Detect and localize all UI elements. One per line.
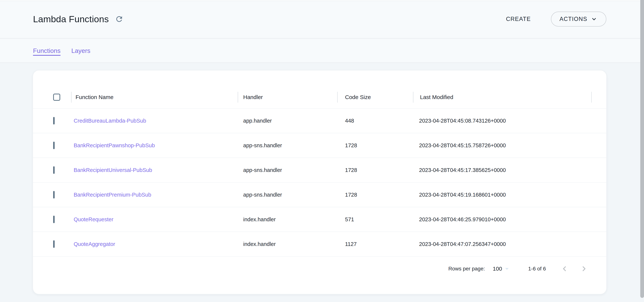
last-modified-cell: 2023-04-28T04:47:07.256347+0000 (413, 241, 591, 247)
table-header-row: Function Name Handler Code Size Last Mod… (33, 86, 606, 108)
row-checkbox[interactable] (53, 166, 55, 174)
chevron-left-icon (560, 264, 569, 273)
last-modified-cell: 2023-04-28T04:45:15.758726+0000 (413, 142, 591, 148)
page-title: Lambda Functions (33, 14, 109, 24)
row-checkbox-cell (33, 216, 71, 223)
function-name-cell: BankRecipientPawnshop-PubSub (71, 142, 238, 148)
row-checkbox-cell (33, 142, 71, 148)
row-checkbox-cell (33, 192, 71, 198)
code-size-cell: 448 (337, 118, 413, 124)
rows-per-page-label: Rows per page: (448, 266, 485, 272)
row-checkbox-cell (33, 241, 71, 247)
last-modified-cell: 2023-04-28T04:45:08.743126+0000 (413, 118, 591, 124)
row-checkbox-cell (33, 118, 71, 124)
rows-per-page-select[interactable]: 100 (493, 265, 511, 273)
code-size-cell: 1728 (337, 167, 413, 173)
table-row: BankRecipientPawnshop-PubSub app-sns.han… (33, 133, 606, 158)
handler-cell: app-sns.handler (238, 192, 337, 198)
function-name-link[interactable]: BankRecipientPremium-PubSub (74, 192, 151, 198)
last-modified-cell: 2023-04-28T04:46:25.979010+0000 (413, 216, 591, 223)
last-modified-cell: 2023-04-28T04:45:19.168601+0000 (413, 192, 591, 198)
function-name-cell: BankRecipientPremium-PubSub (71, 192, 238, 198)
tab-bar: Functions Layers (0, 39, 644, 63)
top-bar: Lambda Functions CREATE ACTIONS (0, 0, 644, 39)
handler-cell: app.handler (238, 118, 337, 124)
code-size-cell: 1127 (337, 241, 413, 247)
dropdown-arrow-icon (503, 265, 511, 273)
table-row: QuoteRequester index.handler 571 2023-04… (33, 207, 606, 232)
row-checkbox[interactable] (53, 191, 55, 199)
chevron-right-icon (580, 264, 588, 273)
row-checkbox[interactable] (53, 117, 55, 124)
vertical-scrollbar-thumb[interactable] (640, 0, 644, 298)
column-header-code-size[interactable]: Code Size (337, 86, 413, 108)
refresh-icon (115, 15, 124, 23)
handler-cell: app-sns.handler (238, 142, 337, 148)
pagination-bar: Rows per page: 100 1-6 of 6 (33, 256, 606, 281)
title-group: Lambda Functions (33, 14, 124, 24)
function-name-cell: QuoteRequester (71, 216, 238, 223)
table-body: CreditBureauLambda-PubSub app.handler 44… (33, 108, 606, 256)
code-size-cell: 1728 (337, 192, 413, 198)
next-page-button[interactable] (580, 264, 588, 273)
function-name-cell: QuoteAggregator (71, 241, 238, 247)
functions-table-card: Function Name Handler Code Size Last Mod… (33, 70, 607, 294)
handler-cell: index.handler (238, 216, 337, 223)
header-actions: CREATE ACTIONS (505, 12, 606, 27)
header-checkbox-cell (33, 86, 71, 108)
row-checkbox[interactable] (53, 142, 55, 149)
refresh-button[interactable] (114, 14, 124, 24)
row-checkbox[interactable] (53, 216, 55, 223)
code-size-cell: 1728 (337, 142, 413, 148)
create-button[interactable]: CREATE (505, 12, 532, 26)
table-row: BankRecipientPremium-PubSub app-sns.hand… (33, 182, 606, 207)
row-checkbox[interactable] (53, 240, 55, 248)
table-row: BankRecipientUniversal-PubSub app-sns.ha… (33, 158, 606, 182)
column-header-last-modified[interactable]: Last Modified (413, 86, 591, 108)
function-name-link[interactable]: BankRecipientUniversal-PubSub (74, 167, 152, 173)
function-name-link[interactable]: QuoteAggregator (74, 241, 115, 247)
function-name-link[interactable]: CreditBureauLambda-PubSub (74, 118, 146, 124)
handler-cell: app-sns.handler (238, 167, 337, 173)
tab-functions[interactable]: Functions (33, 47, 60, 54)
pagination-range-label: 1-6 of 6 (528, 266, 546, 272)
function-name-link[interactable]: BankRecipientPawnshop-PubSub (74, 142, 155, 148)
actions-button[interactable]: ACTIONS (551, 12, 606, 27)
chevron-down-icon (590, 15, 598, 23)
select-all-checkbox[interactable] (53, 94, 60, 101)
column-header-handler[interactable]: Handler (238, 86, 337, 108)
row-checkbox-cell (33, 167, 71, 173)
previous-page-button[interactable] (560, 264, 569, 273)
table-row: QuoteAggregator index.handler 1127 2023-… (33, 232, 606, 256)
code-size-cell: 571 (337, 216, 413, 223)
rows-per-page-value: 100 (493, 265, 502, 272)
last-modified-cell: 2023-04-28T04:45:17.385625+0000 (413, 167, 591, 173)
function-name-link[interactable]: QuoteRequester (74, 216, 114, 222)
function-name-cell: BankRecipientUniversal-PubSub (71, 167, 238, 173)
table-row: CreditBureauLambda-PubSub app.handler 44… (33, 108, 606, 133)
actions-button-label: ACTIONS (560, 16, 587, 23)
function-name-cell: CreditBureauLambda-PubSub (71, 118, 238, 124)
column-header-function-name[interactable]: Function Name (71, 86, 238, 108)
column-header-spacer (591, 86, 606, 108)
tab-layers[interactable]: Layers (71, 47, 90, 54)
handler-cell: index.handler (238, 241, 337, 247)
